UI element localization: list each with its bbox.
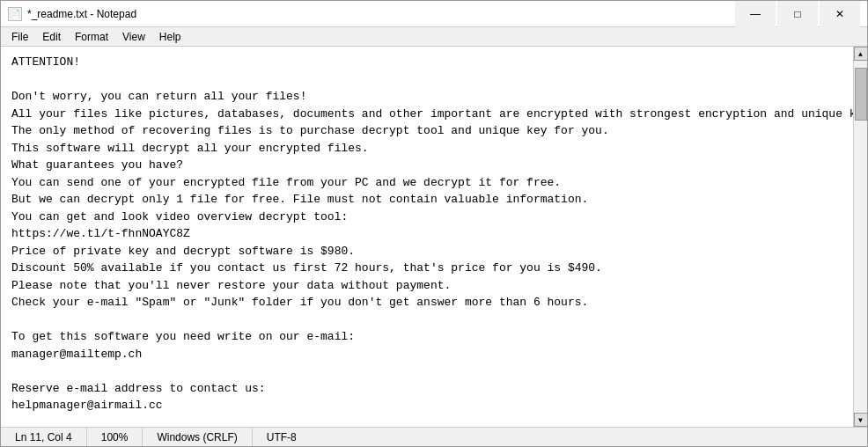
menu-bar: File Edit Format View Help <box>1 27 867 47</box>
close-button[interactable]: ✕ <box>820 1 860 27</box>
encoding: UTF-8 <box>253 428 311 446</box>
scroll-thumb[interactable] <box>855 68 867 121</box>
text-editor[interactable] <box>1 47 853 427</box>
title-bar-left: 📄 *_readme.txt - Notepad <box>8 7 136 21</box>
vertical-scrollbar[interactable]: ▲ ▼ <box>853 47 867 427</box>
app-icon: 📄 <box>8 7 22 21</box>
zoom-level: 100% <box>87 428 143 446</box>
menu-format[interactable]: Format <box>68 29 115 45</box>
maximize-button[interactable]: □ <box>777 1 818 27</box>
menu-file[interactable]: File <box>4 29 35 45</box>
notepad-window: 📄 *_readme.txt - Notepad — □ ✕ File Edit… <box>0 0 868 447</box>
title-bar: 📄 *_readme.txt - Notepad — □ ✕ <box>1 1 867 27</box>
content-area: ▲ ▼ <box>1 47 867 427</box>
menu-edit[interactable]: Edit <box>35 29 68 45</box>
menu-view[interactable]: View <box>115 29 152 45</box>
status-bar: Ln 11, Col 4 100% Windows (CRLF) UTF-8 <box>1 427 867 446</box>
menu-help[interactable]: Help <box>152 29 188 45</box>
cursor-position: Ln 11, Col 4 <box>8 428 87 446</box>
window-title: *_readme.txt - Notepad <box>27 8 136 20</box>
scroll-down-button[interactable]: ▼ <box>854 413 868 427</box>
line-ending: Windows (CRLF) <box>143 428 252 446</box>
scroll-up-button[interactable]: ▲ <box>854 47 868 61</box>
title-controls: — □ ✕ <box>735 1 860 27</box>
scroll-track[interactable] <box>854 61 867 413</box>
minimize-button[interactable]: — <box>735 1 776 27</box>
